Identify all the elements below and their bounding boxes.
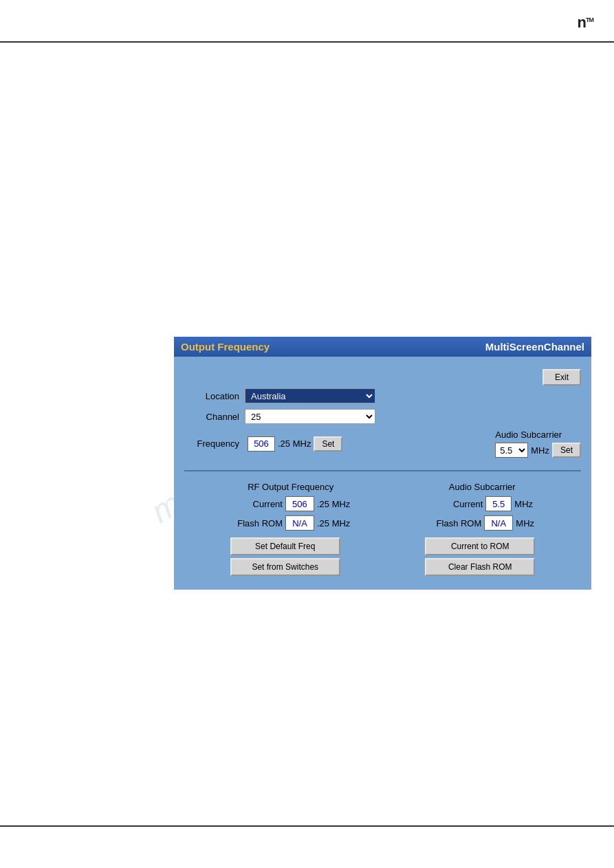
current-freq-suffix: .25 MHz [317,499,350,509]
location-select[interactable]: Australia [245,388,375,403]
title-bar: Output Frequency MultiScreenChannel [174,337,591,357]
left-buttons: Set Default Freq Set from Switches [230,537,340,576]
audio-subcarrier-title: Audio Subcarrier [495,430,562,440]
output-frequency-dialog: Output Frequency MultiScreenChannel Exit… [174,337,591,590]
audio-set-button[interactable]: Set [552,443,581,458]
bottom-section: RF Output Frequency Current 506 .25 MHz … [184,478,581,579]
frequency-set-button[interactable]: Set [314,436,342,452]
current-to-rom-button[interactable]: Current to ROM [425,537,535,555]
current-freq-label: Current [231,499,283,509]
location-row: Location Australia [184,388,581,403]
brand-logo: MultiScreenChannel [485,341,584,353]
flash-rom-audio-row: Flash ROM N/A MHz [430,515,534,531]
audio-sub-column: Audio Subcarrier Current 5.5 MHz Flash R… [430,482,534,531]
frequency-left: Frequency 506 .25 MHz Set [184,436,342,452]
top-border [0,41,614,43]
set-default-freq-button[interactable]: Set Default Freq [230,537,340,555]
dialog-title: Output Frequency [181,341,270,353]
current-freq-row: Current 506 .25 MHz [231,496,350,511]
current-audio-label: Current [431,499,483,509]
audio-sub-title2: Audio Subcarrier [449,482,516,492]
bottom-columns: RF Output Frequency Current 506 .25 MHz … [191,482,574,531]
audio-subcarrier-section: Audio Subcarrier 5.5 MHz Set [495,430,581,458]
divider [184,470,581,471]
current-freq-input[interactable]: 506 [285,496,314,511]
right-buttons: Current to ROM Clear Flash ROM [425,537,535,576]
clear-flash-rom-button[interactable]: Clear Flash ROM [425,558,535,576]
set-from-switches-button[interactable]: Set from Switches [230,558,340,576]
flash-rom-audio-input[interactable]: N/A [484,515,513,531]
audio-select[interactable]: 5.5 [495,443,528,458]
rf-output-column: RF Output Frequency Current 506 .25 MHz … [231,482,350,531]
channel-label: Channel [184,412,239,422]
dialog-body: Exit Location Australia Channel 25 [174,357,591,590]
rf-output-title: RF Output Frequency [248,482,333,492]
flash-rom-freq-label: Flash ROM [231,518,283,528]
frequency-row: Frequency 506 .25 MHz Set Audio Subcarri… [184,430,581,458]
location-select-wrapper: Australia [245,388,375,403]
bottom-border [0,825,614,827]
current-audio-input[interactable]: 5.5 [485,496,512,511]
exit-button-row: Exit [184,369,581,386]
current-audio-row: Current 5.5 MHz [431,496,533,511]
flash-rom-freq-suffix: .25 MHz [317,518,350,528]
bottom-buttons: Set Default Freq Set from Switches Curre… [191,537,574,576]
location-label: Location [184,391,239,401]
channel-select-wrapper: 25 [245,409,375,424]
brand-multi: MultiScreenChannel [485,341,584,353]
top-section: Exit Location Australia Channel 25 [184,364,581,463]
logo: nTM [578,14,593,32]
channel-row: Channel 25 [184,409,581,424]
flash-rom-freq-row: Flash ROM N/A .25 MHz [231,515,350,531]
flash-rom-audio-label: Flash ROM [430,518,481,528]
flash-rom-audio-mhz: MHz [516,518,534,528]
flash-rom-freq-input[interactable]: N/A [285,515,314,531]
frequency-suffix: .25 MHz [278,438,311,449]
frequency-input[interactable]: 506 [248,436,275,452]
exit-button[interactable]: Exit [542,369,581,386]
audio-mhz: MHz [531,445,549,456]
current-audio-mhz: MHz [514,499,533,509]
channel-select[interactable]: 25 [245,409,375,424]
audio-row: 5.5 MHz Set [495,443,581,458]
frequency-label: Frequency [184,438,239,449]
